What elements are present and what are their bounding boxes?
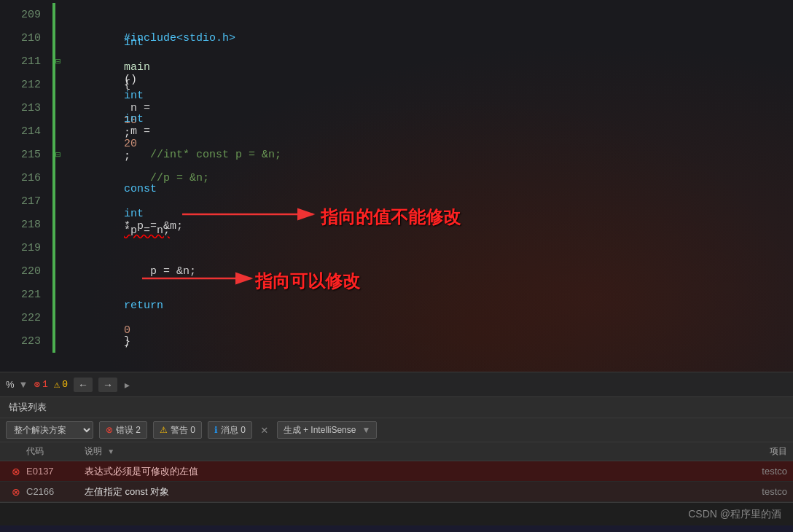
code-lines: 209 210 #include<stdio.h> 211 ⊟ int main… — [0, 0, 793, 353]
line-number: 218 — [0, 219, 52, 231]
watermark-text: CSDN @程序里的酒 — [688, 508, 781, 521]
code-token: int — [124, 36, 144, 49]
line-number: 209 — [0, 9, 52, 21]
green-bar — [52, 189, 55, 213]
green-bar — [52, 306, 55, 329]
code-token — [124, 171, 150, 183]
green-bar — [52, 26, 55, 50]
line-number: 212 — [0, 79, 52, 91]
zoom-dropdown-icon[interactable]: ▼ — [19, 379, 28, 390]
code-line-218: 218 *p = n; — [0, 213, 793, 236]
col-project: 项目 — [700, 445, 787, 458]
error-list-title-text: 错误列表 — [9, 401, 47, 414]
line-number: 213 — [0, 102, 52, 114]
green-bar — [52, 73, 55, 96]
error-filter-icon: ⊗ — [106, 425, 113, 435]
code-line-223: 223 } — [0, 329, 793, 353]
build-filter-label: 生成 + IntelliSense — [284, 424, 356, 437]
code-token — [124, 101, 150, 113]
line-indicator: ⊟ — [55, 56, 64, 67]
nav-forward-button[interactable]: → — [98, 378, 117, 392]
col-code: 代码 — [26, 445, 85, 458]
warning-count: 0 — [62, 379, 68, 390]
status-bar: % ▼ ⊗ 1 ⚠ 0 ← → ▸ — [0, 372, 793, 396]
line-number: 215 — [0, 149, 52, 161]
messages-filter-button[interactable]: ℹ 消息 0 — [208, 421, 252, 439]
line-number: 214 — [0, 125, 52, 138]
warning-triangle-icon: ⚠ — [54, 378, 60, 391]
error-badge[interactable]: ⊗ 1 — [34, 378, 47, 391]
green-bar — [52, 166, 55, 189]
separator: ✕ — [261, 423, 268, 437]
line-indicator: ⊟ — [55, 149, 64, 160]
col-desc-label: 说明 — [85, 446, 102, 456]
row2-project: testco — [700, 486, 787, 497]
code-token: } — [124, 335, 130, 348]
row1-code: E0137 — [26, 466, 85, 477]
code-editor: 209 210 #include<stdio.h> 211 ⊟ int main… — [0, 0, 793, 372]
code-token — [124, 212, 150, 224]
line-content: *p = n; — [66, 200, 793, 249]
error-row-2[interactable]: ⊗ C2166 左值指定 const 对象 testco — [0, 482, 793, 502]
green-bar — [52, 213, 55, 236]
line-number: 216 — [0, 172, 52, 184]
line-number: 221 — [0, 289, 52, 301]
line-number: 217 — [0, 195, 52, 208]
line-number: 223 — [0, 335, 52, 348]
row1-project: testco — [700, 466, 787, 477]
row2-code: C2166 — [26, 486, 85, 497]
error-row-icon: ⊗ — [12, 486, 20, 498]
code-token — [124, 287, 150, 300]
green-bar — [52, 283, 55, 306]
green-bar — [52, 120, 55, 143]
warning-filter-icon: ⚠ — [160, 425, 168, 435]
row2-desc: 左值指定 const 对象 — [85, 485, 700, 498]
col-description: 说明 ▼ — [85, 445, 700, 458]
messages-filter-label: 消息 0 — [221, 424, 246, 437]
error-list-panel: 错误列表 整个解决方案 ⊗ 错误 2 ⚠ 警告 0 ℹ 消息 0 ✕ 生成 + … — [0, 396, 793, 502]
errors-filter-button[interactable]: ⊗ 错误 2 — [99, 421, 147, 439]
bottom-bar: CSDN @程序里的酒 — [0, 502, 793, 525]
zoom-level: % ▼ — [6, 379, 28, 390]
error-list-title: 错误列表 — [0, 397, 793, 418]
code-token: int — [124, 113, 144, 125]
line-number: 210 — [0, 32, 52, 44]
nav-back-button[interactable]: ← — [74, 378, 93, 392]
green-bar — [52, 96, 55, 120]
error-circle-icon: ⊗ — [34, 378, 39, 391]
scope-dropdown[interactable]: 整个解决方案 — [6, 421, 93, 439]
build-filter-button[interactable]: 生成 + IntelliSense ▼ — [277, 421, 378, 439]
col-project-label: 项目 — [770, 446, 787, 456]
warning-badge[interactable]: ⚠ 0 — [54, 378, 68, 391]
errors-filter-label: 错误 2 — [116, 424, 141, 437]
green-bar — [52, 259, 55, 283]
code-token — [124, 49, 130, 61]
row1-icon: ⊗ — [6, 466, 26, 477]
error-row-1[interactable]: ⊗ E0137 表达式必须是可修改的左值 testco — [0, 461, 793, 482]
warnings-filter-label: 警告 0 — [171, 424, 195, 437]
green-bar — [52, 236, 55, 259]
line-number: 211 — [0, 55, 52, 68]
row2-icon: ⊗ — [6, 486, 26, 498]
warnings-filter-button[interactable]: ⚠ 警告 0 — [153, 421, 202, 439]
line-number: 220 — [0, 265, 52, 278]
error-list-toolbar: 整个解决方案 ⊗ 错误 2 ⚠ 警告 0 ℹ 消息 0 ✕ 生成 + Intel… — [0, 418, 793, 442]
code-token: const — [124, 183, 157, 195]
col-desc-sort-icon[interactable]: ▼ — [107, 447, 114, 455]
error-table-header: 代码 说明 ▼ 项目 — [0, 442, 793, 461]
code-token: return — [124, 300, 163, 312]
green-bar — [52, 3, 55, 26]
row1-desc: 表达式必须是可修改的左值 — [85, 465, 700, 478]
nav-step-icon[interactable]: ▸ — [123, 377, 131, 393]
zoom-value: % — [6, 379, 15, 390]
code-token-error: *p = n; — [124, 224, 170, 237]
green-bar — [52, 329, 55, 353]
message-filter-icon: ℹ — [214, 425, 218, 435]
line-number: 219 — [0, 242, 52, 254]
col-code-label: 代码 — [26, 446, 44, 456]
error-row-icon: ⊗ — [12, 466, 20, 477]
line-content: } — [66, 323, 793, 360]
build-dropdown-icon: ▼ — [362, 425, 370, 435]
error-count: 1 — [42, 379, 48, 390]
line-number: 222 — [0, 312, 52, 324]
